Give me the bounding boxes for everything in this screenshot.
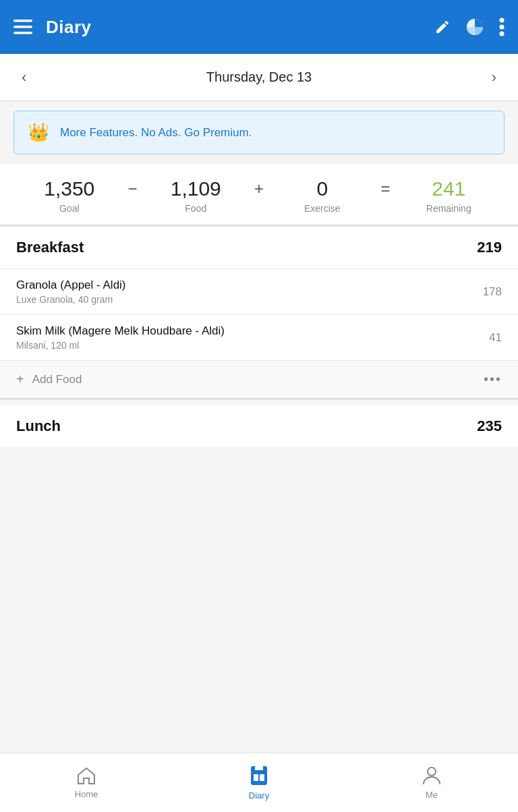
- nav-home[interactable]: Home: [0, 766, 173, 799]
- plus-icon: +: [16, 372, 24, 387]
- svg-point-6: [500, 32, 505, 36]
- svg-rect-0: [13, 20, 32, 22]
- granola-name: Granola (Appel - Aldi): [16, 279, 468, 292]
- lunch-title: Lunch: [16, 417, 61, 435]
- food-item-granola[interactable]: Granola (Appel - Aldi) Luxe Granola, 40 …: [0, 268, 518, 314]
- svg-rect-1: [13, 26, 32, 28]
- next-date-button[interactable]: ›: [484, 63, 505, 92]
- app-bar: Diary: [0, 0, 518, 54]
- exercise-label: Exercise: [304, 203, 341, 214]
- breakfast-section: Breakfast 219 Granola (Appel - Aldi) Lux…: [0, 227, 518, 398]
- more-options-button[interactable]: [499, 18, 505, 36]
- granola-detail: Luxe Granola, 40 gram: [16, 294, 468, 305]
- me-nav-label: Me: [426, 790, 438, 800]
- svg-rect-10: [260, 774, 264, 781]
- bottom-navigation: Home Diary Me: [0, 753, 518, 812]
- skim-milk-calories: 41: [468, 331, 502, 345]
- food-value: 1,109: [171, 177, 221, 200]
- lunch-calories: 235: [477, 417, 502, 435]
- add-food-row[interactable]: + Add Food •••: [0, 360, 518, 398]
- equals-operator: =: [375, 179, 395, 212]
- granola-calories: 178: [468, 285, 502, 299]
- remaining-item: 241 Remaining: [396, 177, 502, 214]
- app-title: Diary: [46, 17, 92, 38]
- date-navigation: ‹ Thursday, Dec 13 ›: [0, 54, 518, 101]
- add-food-label: Add Food: [32, 373, 82, 386]
- food-item-summary: 1,109 Food: [143, 177, 249, 214]
- breakfast-title: Breakfast: [16, 239, 84, 256]
- goal-label: Goal: [59, 203, 80, 214]
- skim-milk-detail: Milsani, 120 ml: [16, 340, 468, 351]
- plus-operator: +: [249, 179, 269, 212]
- me-icon: [422, 765, 441, 786]
- prev-date-button[interactable]: ‹: [13, 63, 34, 92]
- breakfast-header: Breakfast 219: [0, 227, 518, 268]
- lunch-header: Lunch 235: [0, 405, 518, 447]
- breakfast-calories: 219: [477, 239, 502, 256]
- home-icon: [76, 766, 96, 785]
- calorie-summary: 1,350 Goal − 1,109 Food + 0 Exercise = 2…: [0, 164, 518, 225]
- exercise-item: 0 Exercise: [269, 177, 375, 214]
- more-options-icon[interactable]: •••: [484, 372, 502, 387]
- premium-banner-button[interactable]: 👑 More Features. No Ads. Go Premium.: [13, 111, 505, 154]
- premium-text: More Features. No Ads. Go Premium.: [60, 126, 252, 140]
- remaining-label: Remaining: [426, 203, 471, 214]
- exercise-value: 0: [316, 177, 328, 200]
- premium-banner-container: 👑 More Features. No Ads. Go Premium.: [0, 101, 518, 164]
- skim-milk-name: Skim Milk (Magere Melk Houdbare - Aldi): [16, 324, 468, 338]
- food-label: Food: [185, 203, 206, 214]
- lunch-section: Lunch 235: [0, 405, 518, 447]
- nav-diary[interactable]: Diary: [173, 765, 345, 801]
- crown-icon: 👑: [28, 122, 49, 143]
- home-nav-label: Home: [75, 789, 98, 799]
- remaining-value: 241: [432, 177, 465, 200]
- nav-me[interactable]: Me: [345, 765, 518, 800]
- svg-rect-2: [13, 32, 32, 34]
- svg-point-11: [428, 767, 436, 776]
- svg-rect-9: [254, 774, 258, 781]
- menu-button[interactable]: [13, 20, 32, 34]
- goal-item: 1,350 Goal: [16, 177, 122, 214]
- current-date: Thursday, Dec 13: [206, 69, 312, 85]
- svg-rect-8: [255, 766, 263, 770]
- goal-value: 1,350: [44, 177, 94, 200]
- diary-icon: [248, 765, 270, 786]
- breakfast-lunch-divider: [0, 398, 518, 400]
- svg-point-5: [500, 25, 505, 30]
- diary-nav-label: Diary: [249, 790, 269, 801]
- chart-button[interactable]: [465, 18, 484, 36]
- food-item-skim-milk[interactable]: Skim Milk (Magere Melk Houdbare - Aldi) …: [0, 314, 518, 360]
- minus-operator: −: [122, 179, 142, 212]
- svg-point-4: [500, 18, 505, 23]
- edit-button[interactable]: [434, 19, 451, 35]
